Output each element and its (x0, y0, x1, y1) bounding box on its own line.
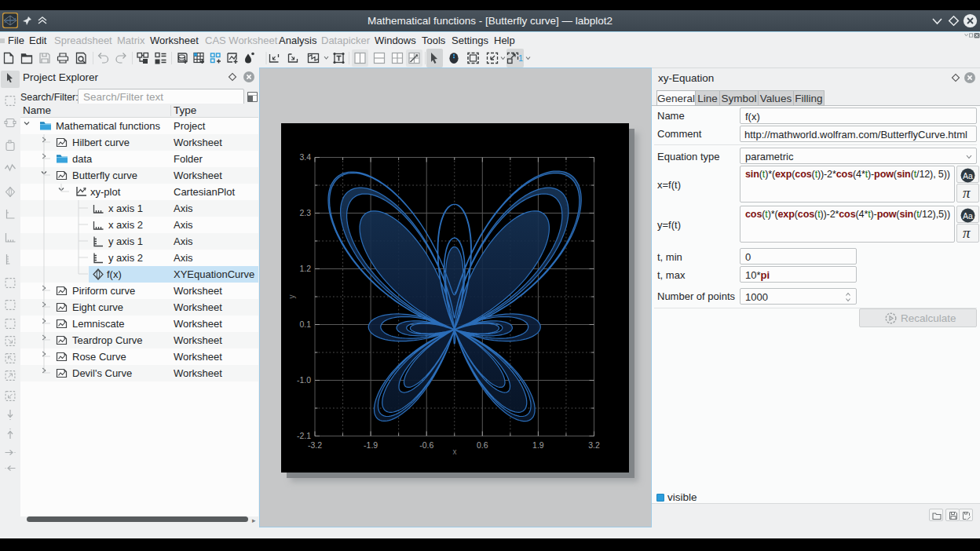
svg-text:x: x (453, 447, 457, 456)
svg-text:2.3: 2.3 (299, 208, 311, 217)
svg-text:-3.2: -3.2 (308, 440, 322, 450)
svg-text:-0.6: -0.6 (419, 440, 433, 450)
svg-text:-2.1: -2.1 (297, 431, 311, 440)
svg-text:1: 1 (518, 53, 523, 63)
svg-text:1.9: 1.9 (532, 440, 544, 450)
svg-text:3.4: 3.4 (299, 152, 311, 162)
svg-text:-1.0: -1.0 (297, 375, 311, 385)
svg-text:Aa: Aa (963, 170, 973, 180)
svg-text:0.1: 0.1 (299, 319, 311, 329)
svg-text:0.6: 0.6 (477, 440, 488, 450)
svg-text:y: y (287, 295, 296, 299)
svg-text:3.2: 3.2 (588, 440, 600, 450)
svg-text:Aa: Aa (963, 210, 973, 220)
svg-text:-1.9: -1.9 (364, 440, 378, 450)
svg-text:1.2: 1.2 (299, 264, 311, 273)
